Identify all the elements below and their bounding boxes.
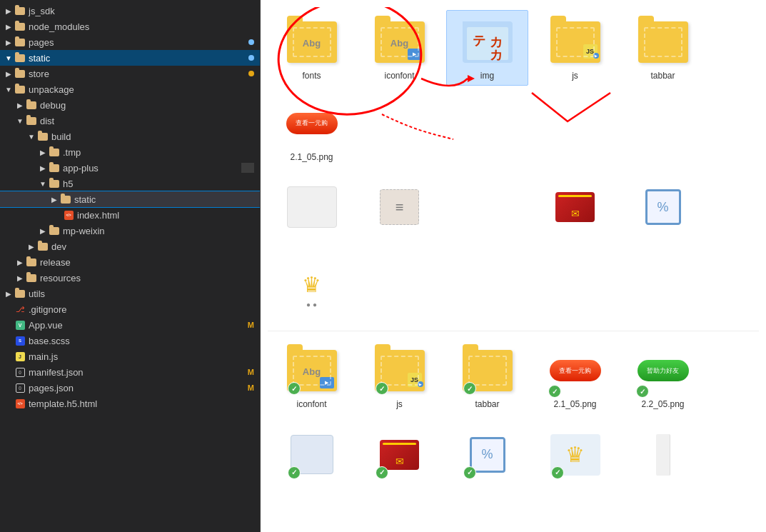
sidebar-item-label: .tmp [63, 147, 254, 158]
sidebar-item-label: static [74, 194, 254, 205]
file-cell-tabbar[interactable]: tabbar [622, 10, 704, 86]
file-cell-crown2[interactable]: ♛ ✓ [534, 423, 616, 494]
sidebar-item-label: manifest.json [29, 367, 248, 378]
envelope-thumb2: ✉ ✓ [374, 429, 425, 481]
sidebar-item-tmp[interactable]: ▶ .tmp [0, 144, 260, 160]
blank-thumb3 [462, 181, 513, 233]
sidebar-item-store[interactable]: ▶ store [0, 66, 260, 81]
sidebar-item-pages-json[interactable]: ▶ {} pages.json M [0, 380, 260, 396]
percent-img2: % [470, 437, 505, 473]
sidebar-item-js_sdk[interactable]: ▶ js_sdk [0, 3, 260, 19]
folder-icon [14, 68, 26, 79]
sidebar-item-manifest-json[interactable]: ▶ {} manifest.json M [0, 364, 260, 380]
file-cell-img[interactable]: カカテ img [446, 10, 528, 86]
file-cell-js[interactable]: JS ▶ js [534, 10, 616, 86]
file-cell-envelope[interactable]: ✉ [534, 175, 616, 246]
file-cell-js2[interactable]: JS ▶ ✓ js [358, 338, 440, 414]
arrow-icon: ▶ [14, 101, 26, 109]
percent-thumb2: % ✓ [462, 429, 513, 481]
sidebar-item-main-js[interactable]: ▶ J main.js [0, 348, 260, 364]
sidebar-item-label: dist [40, 116, 254, 126]
file-vue-icon: V [14, 319, 26, 331]
iconfont-small-thumb: ≡ [374, 181, 425, 233]
file-label: tabbar [650, 71, 675, 82]
file-cell-iconfont[interactable]: Abg ▶ iconfont [358, 10, 440, 86]
crown-thumb: ♛ ● ● [286, 259, 338, 310]
check-badge: ✓ [288, 382, 301, 395]
file-label: iconfont [384, 71, 414, 82]
sidebar-item-pages[interactable]: ▶ pages [0, 34, 260, 50]
arrow-icon: ▶ [49, 196, 60, 204]
badge [248, 39, 254, 45]
badge [248, 71, 254, 76]
folder-icon [26, 256, 37, 268]
file-cell-2205png[interactable]: 暂助力好友 ✓ 2.2_05.png [622, 338, 704, 414]
sidebar-item-template-html[interactable]: ▶ </> template.h5.html [0, 396, 260, 411]
sidebar-item-utils[interactable]: ▶ utils [0, 286, 260, 301]
sidebar-item-static[interactable]: ▼ static [0, 50, 260, 66]
file-cell-crown[interactable]: ♛ ● ● [271, 252, 353, 323]
file-cell-partial[interactable] [622, 423, 704, 494]
crown-thumb2: ♛ ✓ [550, 429, 601, 481]
sidebar-item-label: unpackage [29, 84, 254, 95]
sidebar-item-label: main.js [29, 351, 254, 362]
sidebar-item-h5[interactable]: ▼ h5 [0, 176, 260, 191]
file-cell-iconfont-small[interactable]: ≡ [358, 175, 440, 246]
arrow-icon: ▶ [3, 7, 14, 15]
file-cell-fonts[interactable]: Abg fonts [271, 10, 353, 86]
file-cell-iconfont2[interactable]: Abg ▶ ✓ iconfont [271, 338, 353, 414]
sidebar-item-dev[interactable]: ▶ dev [0, 239, 260, 254]
blank-thumb [286, 181, 338, 233]
file-grid-bottom2: ✓ ✉ ✓ % ✓ ♛ [268, 420, 759, 497]
sidebar-item-label: index.html [77, 210, 254, 221]
sidebar-item-debug[interactable]: ▶ debug [0, 97, 260, 113]
check-badge: ✓ [463, 382, 476, 395]
folder-thumb-tabbar2: ✓ [462, 345, 513, 396]
sidebar-item-node_modules[interactable]: ▶ node_modules [0, 19, 260, 34]
file-cell-tabbar2[interactable]: ✓ tabbar [446, 338, 528, 414]
sidebar-item-label: dev [51, 241, 254, 252]
percent-thumb: % [638, 181, 689, 233]
sidebar-item-base-scss[interactable]: ▶ S base.scss [0, 333, 260, 348]
sidebar-item-dist[interactable]: ▼ dist [0, 113, 260, 129]
file-cell-percent[interactable]: % [622, 175, 704, 246]
arrow-icon: ▼ [37, 180, 49, 188]
file-cell-percent2[interactable]: % ✓ [446, 423, 528, 494]
folder-icon [14, 288, 26, 299]
sidebar-item-gitignore[interactable]: ▶ ⎇ .gitignore [0, 301, 260, 317]
sidebar-item-label: App.vue [29, 320, 248, 331]
folder-thumb-js2: JS ▶ ✓ [374, 345, 425, 396]
arrow-icon: ▶ [3, 39, 14, 46]
check-badge: ✓ [636, 385, 649, 398]
sidebar-item-app-plus[interactable]: ▶ app-plus [0, 160, 260, 176]
folder-thumb-iconfont: Abg ▶ [374, 16, 425, 68]
sidebar-item-label: store [29, 69, 246, 79]
file-cell-2105png2[interactable]: 查看一元购 ✓ 2.1_05.png [534, 338, 616, 414]
file-cell-blank3[interactable] [446, 175, 528, 246]
sidebar-item-build[interactable]: ▼ build [0, 129, 260, 144]
sidebar-item-label: release [40, 257, 254, 268]
folder-icon [14, 36, 26, 48]
sidebar-item-unpackage[interactable]: ▼ unpackage [0, 81, 260, 97]
sidebar-item-label: h5 [63, 179, 254, 189]
sidebar-item-index-html[interactable]: ▶ </> index.html [0, 207, 260, 223]
file-cell-2105png[interactable]: 查看一元购 2.1_05.png [271, 91, 353, 167]
folder-open-icon [14, 84, 26, 95]
file-cell-blank1[interactable] [271, 175, 353, 246]
file-cell-blank-bottom[interactable]: ✓ [271, 423, 353, 494]
folder-open-icon [26, 115, 37, 126]
sidebar-item-mp-weixin[interactable]: ▶ mp-weixin [0, 223, 260, 239]
sidebar-item-release[interactable]: ▶ release [0, 254, 260, 270]
folder-open-icon [37, 131, 49, 142]
arrow-icon: ▶ [3, 70, 14, 78]
folder-thumb-fonts: Abg [286, 16, 338, 68]
sidebar-item-label: build [51, 131, 254, 142]
sidebar-item-app-vue[interactable]: ▶ V App.vue M [0, 317, 260, 333]
badge [248, 55, 254, 61]
sidebar-item-static-nested[interactable]: ▶ static [0, 191, 260, 207]
file-json-icon: {} [14, 382, 26, 393]
sidebar-item-resources[interactable]: ▶ resources [0, 270, 260, 286]
file-cell-envelope2[interactable]: ✉ ✓ [358, 423, 440, 494]
arrow-icon: ▼ [3, 54, 14, 62]
sidebar-item-label: js_sdk [29, 6, 254, 16]
